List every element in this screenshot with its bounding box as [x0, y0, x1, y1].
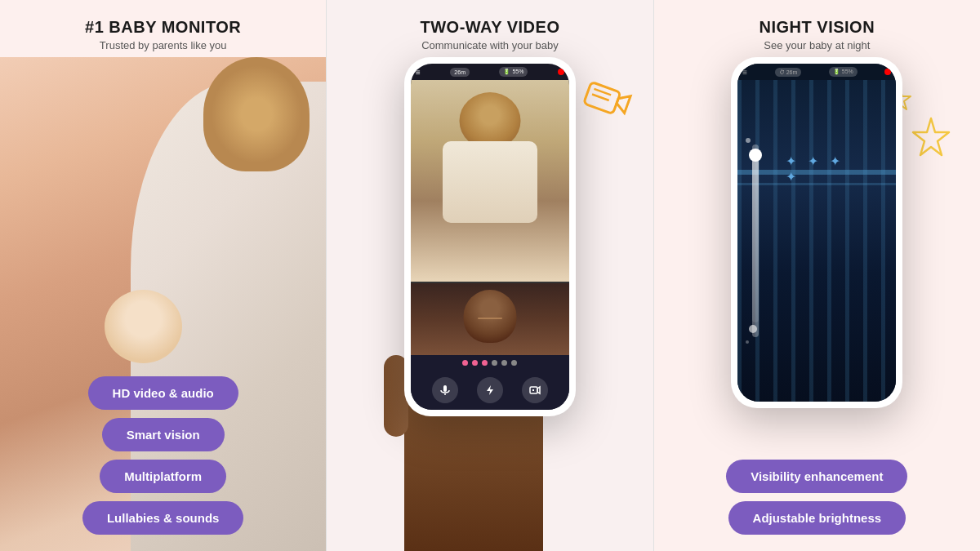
call-controls [411, 371, 569, 410]
brightness-slider[interactable] [752, 144, 759, 337]
panel3-features: Visibility enhancement Adjustable bright… [654, 460, 980, 535]
phone-mockup-panel2: ≡ 26m 🔋 55% [404, 57, 576, 416]
night-timer: ⏱ 26m [775, 68, 802, 77]
menu-icon: ≡ [416, 68, 421, 77]
star-decoration-large [906, 114, 956, 167]
dot-5 [501, 360, 507, 366]
feature-lullabies: Lullabies & sounds [82, 501, 244, 535]
panel3-subtitle: See your baby at night [662, 39, 972, 51]
battery-badge: 🔋 55% [499, 67, 528, 77]
night-screen: ✦ ✦ ✦ ✦ [737, 80, 896, 402]
feature-smart-vision: Smart vision [102, 418, 225, 451]
dot-2 [472, 360, 478, 366]
timer-badge: 26m [450, 68, 470, 77]
svg-line-8 [592, 94, 609, 100]
dot-1 [462, 360, 468, 366]
night-menu-icon: ≡ [742, 68, 747, 77]
panel-baby-monitor: #1 BABY MONITOR Trusted by parents like … [0, 0, 326, 551]
svg-marker-16 [913, 118, 949, 155]
panel2-title: TWO-WAY VIDEO [335, 18, 644, 37]
panel1-title: #1 BABY MONITOR [8, 18, 318, 37]
panel3-header: NIGHT VISION See your baby at night [654, 0, 980, 60]
slider-top-dot [746, 138, 751, 143]
pagination-dots [411, 355, 569, 371]
night-battery: 🔋 55% [829, 67, 858, 77]
svg-line-7 [594, 89, 611, 96]
panel1-subtitle: Trusted by parents like you [8, 39, 318, 51]
audio-control-button[interactable] [432, 377, 458, 403]
crib-stars-display: ✦ ✦ ✦ ✦ [786, 153, 865, 184]
panel-two-way-video: TWO-WAY VIDEO Communicate with your baby… [326, 0, 653, 551]
feature-multiplatform: Multiplatform [100, 460, 226, 493]
dot-6 [511, 360, 517, 366]
record-indicator [558, 69, 564, 75]
feature-hd-video: HD video & audio [88, 376, 238, 410]
panel1-header: #1 BABY MONITOR Trusted by parents like … [0, 0, 326, 60]
panel2-subtitle: Communicate with your baby [335, 39, 644, 51]
panel2-header: TWO-WAY VIDEO Communicate with your baby [327, 0, 653, 60]
feature-visibility: Visibility enhancement [726, 460, 907, 493]
dot-3 [482, 360, 488, 366]
panel1-features: HD video & audio Smart vision Multiplatf… [0, 376, 326, 535]
svg-marker-14 [537, 387, 540, 393]
dot-4 [492, 360, 497, 366]
svg-rect-9 [443, 385, 447, 392]
flash-control-button[interactable] [477, 377, 503, 403]
panel-night-vision: NIGHT VISION See your baby at night ≡ ⏱ … [654, 0, 980, 551]
feature-brightness: Adjustable brightness [728, 501, 906, 535]
baby-video-feed [411, 80, 569, 282]
night-record-indicator [884, 69, 891, 75]
panel3-title: NIGHT VISION [662, 18, 972, 37]
svg-marker-11 [487, 385, 493, 395]
slider-thumb-bottom[interactable] [749, 325, 757, 333]
video-control-button[interactable] [522, 377, 548, 403]
phone-mockup-panel3: ≡ ⏱ 26m 🔋 55% [731, 57, 902, 408]
pip-video-feed [411, 282, 569, 355]
